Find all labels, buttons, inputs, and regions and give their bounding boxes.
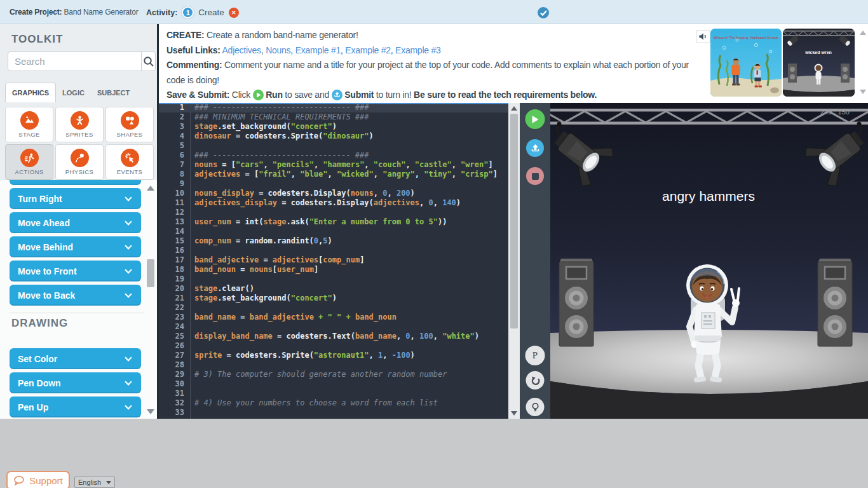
block-button-clipped[interactable] bbox=[10, 180, 141, 185]
code-line[interactable]: 12 bbox=[159, 208, 508, 217]
line-number: 28 bbox=[159, 360, 184, 370]
code-line[interactable]: 1### ------------------------------ ### bbox=[159, 103, 508, 112]
category-events[interactable]: EVENTS bbox=[105, 144, 154, 180]
chevron-down-icon bbox=[125, 218, 132, 225]
code-line[interactable]: 19 bbox=[159, 274, 508, 284]
block-list: Turn RightMove AheadMove BehindMove to F… bbox=[0, 180, 157, 419]
code-line[interactable]: 2### MINIMUM TECHNICAL REQUIREMENTS ### bbox=[159, 112, 508, 122]
category-actions[interactable]: ACTIONS bbox=[5, 144, 53, 180]
code-line[interactable]: 10nouns_display = codesters.Display(noun… bbox=[159, 189, 508, 198]
code-line[interactable]: 23band_name = band_adjective + " " + ban… bbox=[159, 313, 508, 322]
useful-link[interactable]: Nouns bbox=[266, 45, 290, 55]
block-button-pen-up[interactable]: Pen Up bbox=[10, 396, 141, 417]
code-line[interactable]: 28 bbox=[159, 360, 508, 370]
code-editor[interactable]: 1### ------------------------------ ###2… bbox=[159, 103, 508, 419]
activity-number-badge[interactable]: 1 bbox=[182, 6, 194, 18]
support-button[interactable]: Support bbox=[6, 471, 70, 488]
useful-link[interactable]: Adjectives bbox=[222, 45, 261, 55]
submit-button[interactable] bbox=[526, 139, 544, 157]
code-line[interactable]: 7nouns = ["cars", "pencils", "hammers", … bbox=[159, 160, 508, 170]
p-button[interactable]: P bbox=[526, 346, 545, 365]
category-shapes[interactable]: SHAPES bbox=[105, 107, 154, 142]
code-line[interactable]: 16 bbox=[159, 246, 508, 255]
code-line[interactable]: 6### ------------------------------ ### bbox=[159, 151, 508, 160]
code-line[interactable]: 27sprite = codesters.Sprite("astronaut1"… bbox=[159, 351, 508, 360]
category-sprites[interactable]: SPRITES bbox=[55, 107, 104, 142]
block-button-move-to-back[interactable]: Move to Back bbox=[10, 285, 141, 306]
code-line[interactable]: 5 bbox=[159, 141, 508, 151]
code-line[interactable]: 11adjectives_display = codesters.Display… bbox=[159, 198, 508, 208]
check-icon[interactable] bbox=[538, 7, 549, 18]
useful-link[interactable]: Example #3 bbox=[395, 45, 440, 55]
code-line[interactable]: 26 bbox=[159, 341, 508, 351]
code-line[interactable]: 18band_noun = nouns[user_num] bbox=[159, 265, 508, 274]
editor-scrollbar[interactable] bbox=[508, 103, 520, 419]
video-thumbnail-concert[interactable]: wicked wren bbox=[783, 29, 855, 97]
tab-logic[interactable]: LOGIC bbox=[56, 83, 91, 102]
stage-preview[interactable]: 249 , 150 bbox=[550, 103, 868, 419]
block-button-move-ahead[interactable]: Move Ahead bbox=[10, 212, 141, 233]
scroll-down-icon[interactable] bbox=[860, 90, 866, 94]
code-line[interactable]: 4dinosaur = codesters.Sprite("dinosaur") bbox=[159, 132, 508, 141]
sidebar-scrollbar[interactable] bbox=[146, 183, 156, 417]
code-line[interactable]: 8adjectives = ["frail", "blue", "wicked"… bbox=[159, 170, 508, 179]
code-text: display_band_name = codesters.Text(band_… bbox=[194, 332, 479, 341]
code-line[interactable]: 24 bbox=[159, 322, 508, 332]
chevron-down-icon bbox=[125, 242, 132, 249]
code-line[interactable]: 15comp_num = random.randint(0,5) bbox=[159, 236, 508, 246]
code-line[interactable]: 9 bbox=[159, 179, 508, 189]
tab-subject[interactable]: SUBJECT bbox=[91, 83, 136, 102]
hint-button[interactable] bbox=[526, 398, 545, 416]
code-line[interactable]: 25display_band_name = codesters.Text(ban… bbox=[159, 332, 508, 341]
search-input[interactable] bbox=[8, 52, 141, 71]
stop-button[interactable] bbox=[526, 167, 544, 185]
activity-name[interactable]: Create bbox=[198, 8, 224, 17]
category-physics[interactable]: PHYSICS bbox=[55, 144, 104, 180]
scrollbar-thumb[interactable] bbox=[147, 259, 154, 287]
scroll-up-icon[interactable] bbox=[860, 30, 866, 35]
activity-label: Activity: bbox=[146, 8, 177, 17]
category-stage[interactable]: STAGE bbox=[5, 107, 53, 142]
run-button[interactable] bbox=[526, 109, 545, 129]
code-text: stage.clear() bbox=[194, 284, 254, 293]
select-arrow-icon bbox=[106, 481, 111, 484]
search-button[interactable] bbox=[141, 52, 155, 71]
line-number: 16 bbox=[159, 246, 184, 255]
instruction-text: code is doing! bbox=[166, 75, 219, 85]
line-number: 32 bbox=[159, 398, 184, 408]
tab-graphics[interactable]: GRAPHICS bbox=[5, 83, 56, 102]
block-label: Pen Up bbox=[10, 402, 48, 412]
code-line[interactable]: 22 bbox=[159, 303, 508, 313]
code-line[interactable]: 14 bbox=[159, 227, 508, 236]
code-line[interactable]: 31 bbox=[159, 389, 508, 398]
code-line[interactable]: 21stage.set_background("concert") bbox=[159, 294, 508, 303]
project-name: Band Name Generator bbox=[64, 8, 139, 17]
block-button-move-behind[interactable]: Move Behind bbox=[10, 236, 141, 257]
scroll-up-icon[interactable] bbox=[511, 106, 517, 111]
block-button-move-to-front[interactable]: Move to Front bbox=[10, 261, 141, 281]
video-thumbnail-underwater[interactable]: Welcome! The Jumping, Haphazard Crowds bbox=[710, 29, 782, 97]
close-activity-icon[interactable]: ✕ bbox=[229, 8, 239, 18]
useful-link[interactable]: Example #2 bbox=[345, 45, 390, 55]
useful-link[interactable]: Example #1 bbox=[295, 45, 341, 55]
code-line[interactable]: 33 bbox=[159, 408, 508, 417]
undo-button[interactable] bbox=[526, 371, 545, 390]
code-line[interactable]: 20stage.clear() bbox=[159, 284, 508, 294]
code-line[interactable]: 3stage.set_background("concert") bbox=[159, 122, 508, 132]
scroll-down-icon[interactable] bbox=[511, 411, 517, 416]
code-line[interactable]: 30 bbox=[159, 379, 508, 389]
code-line[interactable]: 32# 4) Use your numbers to choose a word… bbox=[159, 398, 508, 408]
chevron-down-icon bbox=[125, 402, 132, 409]
block-button-turn-right[interactable]: Turn Right bbox=[10, 188, 141, 209]
block-button-set-color[interactable]: Set Color bbox=[10, 348, 141, 369]
audio-button[interactable] bbox=[696, 30, 710, 43]
code-line[interactable]: 17band_adjective = adjectives[comp_num] bbox=[159, 255, 508, 265]
language-select[interactable]: English bbox=[74, 477, 115, 488]
code-text: band_adjective = adjectives[comp_num] bbox=[194, 255, 364, 264]
scroll-down-icon[interactable] bbox=[147, 409, 154, 414]
code-line[interactable]: 13user_num = int(stage.ask("Enter a numb… bbox=[159, 217, 508, 227]
code-line[interactable]: 29# 3) The computer should generate anot… bbox=[159, 370, 508, 379]
scroll-up-icon[interactable] bbox=[147, 186, 154, 191]
scrollbar-thumb[interactable] bbox=[510, 114, 518, 329]
block-button-pen-down[interactable]: Pen Down bbox=[10, 372, 141, 393]
